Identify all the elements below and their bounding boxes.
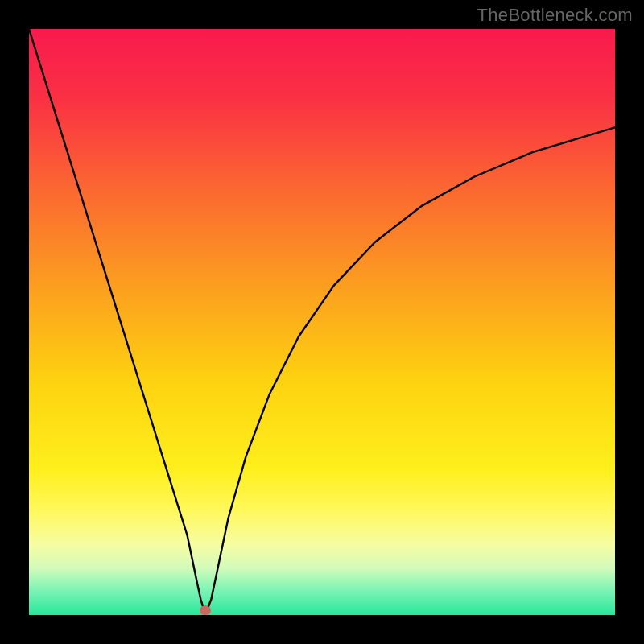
watermark-label: TheBottleneck.com	[477, 5, 633, 26]
chart-frame: TheBottleneck.com	[0, 0, 644, 644]
plot-area	[29, 29, 615, 615]
optimum-marker	[200, 605, 211, 615]
bottleneck-curve	[29, 29, 615, 615]
